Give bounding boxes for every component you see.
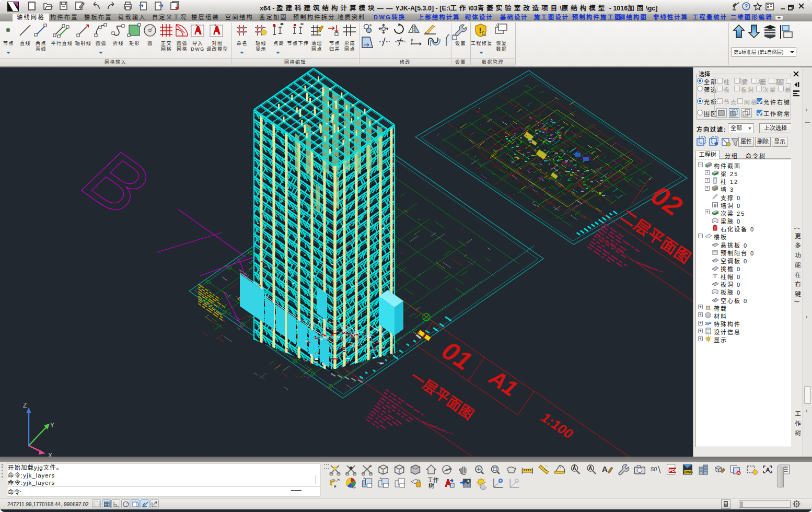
svg-text:A: A <box>573 466 576 471</box>
svg-text:!: ! <box>479 26 482 34</box>
svg-text:?: ? <box>745 4 748 9</box>
svg-text:Y: Y <box>50 422 54 429</box>
svg-text:Z: Z <box>23 402 27 409</box>
svg-text:A: A <box>588 466 592 471</box>
svg-text:SP: SP <box>705 321 712 326</box>
svg-text:树: 树 <box>428 482 434 489</box>
svg-text:A: A <box>602 464 608 473</box>
svg-text:DWG: DWG <box>685 470 693 474</box>
svg-text:X: X <box>48 452 52 457</box>
svg-text:50: 50 <box>651 466 657 472</box>
svg-text:A: A <box>765 467 770 473</box>
svg-text:PDF: PDF <box>669 468 678 473</box>
